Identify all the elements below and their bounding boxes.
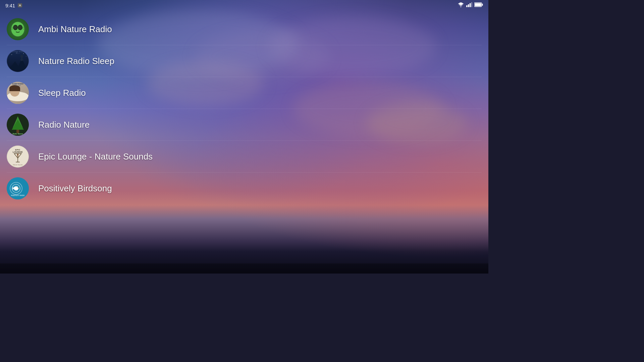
svg-point-47 [18, 187, 18, 188]
svg-point-24 [26, 56, 26, 56]
content: Ambi Nature Radio NATURE RADIO SLEEP [0, 0, 488, 274]
svg-text:LOUNGE: LOUNGE [13, 151, 23, 153]
radio-item-name: Sleep Radio [38, 88, 86, 98]
avatar-positively-birdsong: POSITIVITY RADIO [7, 177, 29, 199]
status-left: 9:41 A [5, 3, 22, 8]
svg-rect-7 [475, 3, 481, 6]
radio-item-name: Ambi Nature Radio [38, 24, 112, 35]
svg-point-17 [20, 55, 23, 58]
radio-item-name: Epic Lounge - Nature Sounds [38, 152, 153, 162]
epic-lounge-icon: EPIC LOUNGE Nature Sounds [7, 145, 29, 168]
list-item[interactable]: POSITIVITY RADIO Positively Birdsong [0, 173, 488, 204]
svg-point-23 [23, 53, 24, 54]
svg-point-8 [11, 22, 24, 37]
signal-icon [466, 2, 472, 9]
list-item[interactable]: EPIC LOUNGE Nature Sounds Epic Lounge - … [0, 141, 488, 172]
avatar-sleep-radio: SLEEP RADIO sleepradio [7, 82, 29, 104]
svg-rect-1 [466, 5, 468, 7]
list-item[interactable]: Ambi Nature Radio [0, 13, 488, 45]
status-right [458, 2, 483, 9]
status-time: 9:41 [5, 3, 15, 8]
svg-rect-2 [468, 4, 469, 7]
mountain-icon [7, 50, 29, 72]
svg-point-14 [22, 27, 24, 29]
list-item[interactable]: Radio Nature Radio Nature [0, 109, 488, 140]
avatar-nature-radio-sleep: NATURE RADIO SLEEP [7, 50, 29, 72]
svg-text:POSITIVITY RADIO: POSITIVITY RADIO [11, 195, 25, 196]
svg-point-13 [11, 27, 13, 29]
avatar-ambi-nature-radio [7, 18, 29, 40]
svg-point-0 [461, 6, 461, 7]
radio-item-name: Positively Birdsong [38, 183, 112, 194]
radio-list: Ambi Nature Radio NATURE RADIO SLEEP [0, 11, 488, 207]
svg-point-36 [17, 154, 19, 156]
battery-icon [474, 2, 483, 8]
wifi-icon [458, 2, 464, 9]
svg-point-22 [16, 53, 17, 53]
svg-text:EPIC: EPIC [15, 149, 20, 151]
svg-text:Radio Nature: Radio Nature [12, 133, 23, 135]
status-bar: 9:41 A [0, 0, 488, 11]
svg-rect-6 [482, 4, 483, 6]
a-icon: A [18, 3, 22, 7]
svg-text:Nature Sounds: Nature Sounds [13, 164, 23, 166]
radio-item-name: Radio Nature [38, 120, 90, 130]
svg-rect-4 [471, 2, 472, 7]
list-item[interactable]: SLEEP RADIO sleepradio Sleep Radio [0, 77, 488, 109]
svg-point-11 [14, 26, 17, 29]
svg-rect-3 [470, 3, 471, 7]
svg-point-21 [11, 54, 12, 55]
bottom-bar [0, 263, 488, 274]
avatar-epic-lounge: EPIC LOUNGE Nature Sounds [7, 145, 29, 168]
birdsong-icon: POSITIVITY RADIO [7, 177, 29, 199]
list-item[interactable]: NATURE RADIO SLEEP [0, 45, 488, 77]
radio-item-name: Nature Radio Sleep [38, 56, 114, 66]
alien-icon [9, 21, 26, 38]
avatar-radio-nature: Radio Nature [7, 114, 29, 136]
tree-icon: Radio Nature [7, 114, 29, 136]
svg-point-12 [19, 26, 21, 29]
